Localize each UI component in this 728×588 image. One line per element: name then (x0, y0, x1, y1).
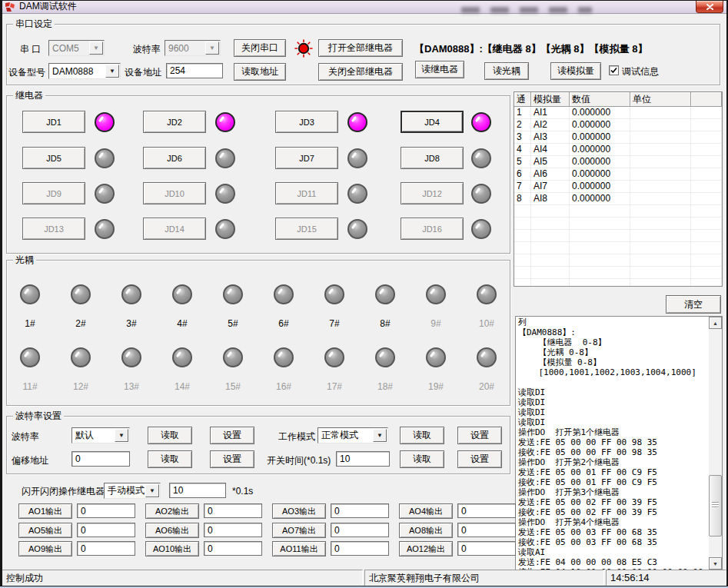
close-button[interactable] (696, 1, 723, 13)
baudrate-read-button[interactable]: 读取 (148, 427, 192, 444)
close-serial-button[interactable]: 关闭串口 (234, 39, 286, 57)
ao-output-button-5[interactable]: AO5输出 (18, 523, 72, 538)
ao-output-button-1[interactable]: AO1输出 (18, 503, 72, 519)
model-select[interactable]: DAM0888 ▼ (48, 63, 121, 79)
offset-set-button[interactable]: 设置 (210, 450, 254, 468)
clear-log-button[interactable]: 清空 (666, 295, 721, 314)
relay-button-jd3[interactable]: JD3 (275, 111, 338, 133)
port-select[interactable]: COM5 ▼ (48, 40, 105, 56)
ao-output-button-7[interactable]: AO7输出 (272, 523, 326, 538)
read-addr-button[interactable]: 读取地址 (234, 63, 286, 81)
switch-time-read-button[interactable]: 读取 (400, 450, 444, 468)
ao-output-button-10[interactable]: AO10输出 (145, 541, 199, 556)
read-analog-button[interactable]: 读模拟量 (550, 62, 601, 80)
table-row[interactable]: 5AI50.000000 (514, 156, 722, 168)
relay-button-jd15[interactable]: JD15 (275, 218, 338, 240)
relay-button-jd12[interactable]: JD12 (401, 182, 464, 204)
ao-output-field-5[interactable]: 0 (77, 523, 135, 537)
close-all-relays-button[interactable]: 关闭全部继电器 (318, 63, 403, 81)
table-row[interactable]: 6AI60.000000 (514, 168, 722, 181)
relay-button-jd14[interactable]: JD14 (143, 218, 206, 240)
model-label: 设备型号 (8, 67, 45, 78)
table-row[interactable]: 8AI80.000000 (514, 193, 722, 205)
table-cell (531, 218, 570, 230)
app-window: DAM调试软件 串口设定 串 口 COM5 ▼ 波特率 9600 ▼ 关闭串口 (0, 0, 728, 588)
ao-output-field-7[interactable]: 0 (331, 523, 389, 537)
scrollbar-thumb[interactable] (709, 475, 722, 537)
table-row[interactable]: 7AI70.000000 (514, 181, 722, 193)
ao-output-field-3[interactable]: 0 (331, 503, 389, 518)
ao-output-button-6[interactable]: AO6输出 (145, 523, 199, 538)
analog-column-header[interactable]: 数值 (570, 92, 630, 107)
table-cell: 8 (514, 193, 531, 205)
ao-output-button-9[interactable]: AO9输出 (18, 541, 72, 556)
debug-info-checkbox[interactable] (609, 65, 619, 75)
log-scrollbar[interactable]: ▲ ▼ (709, 317, 722, 570)
scroll-down-icon[interactable]: ▼ (709, 557, 722, 570)
serial-settings-group: 串口设定 串 口 COM5 ▼ 波特率 9600 ▼ 关闭串口 打开全部继电器 … (6, 24, 720, 85)
ao-output-field-6[interactable]: 0 (204, 523, 262, 537)
relay-button-jd5[interactable]: JD5 (22, 147, 85, 169)
relay-button-jd10[interactable]: JD10 (143, 182, 206, 204)
read-opto-button[interactable]: 读光耦 (484, 62, 529, 80)
baud-select[interactable]: 9600 ▼ (165, 40, 221, 56)
table-row[interactable]: 4AI40.000000 (514, 144, 722, 156)
ao-output-field-4[interactable]: 0 (457, 503, 516, 518)
table-cell (531, 254, 570, 267)
relay-button-jd16[interactable]: JD16 (401, 218, 464, 240)
offset-addr-field[interactable]: 0 (71, 451, 130, 467)
flash-mode-select[interactable]: 手动模式 ▼ (104, 483, 161, 499)
switch-time-set-button[interactable]: 设置 (457, 450, 502, 468)
ao-output-field-12[interactable]: 0 (457, 541, 516, 556)
ao-output-field-9[interactable]: 0 (77, 541, 135, 556)
ao-output-field-8[interactable]: 0 (457, 523, 516, 537)
baudrate-set-button[interactable]: 设置 (210, 427, 254, 444)
relay-button-jd11[interactable]: JD11 (275, 182, 338, 204)
table-row[interactable]: 2AI20.000000 (514, 119, 722, 131)
scroll-up-icon[interactable]: ▲ (709, 317, 722, 329)
analog-column-header[interactable]: 通 (514, 92, 531, 107)
analog-column-header[interactable]: 模拟量 (531, 92, 570, 107)
table-row[interactable]: 3AI30.000000 (514, 131, 722, 144)
offset-read-button[interactable]: 读取 (148, 450, 192, 468)
read-relay-button[interactable]: 读继电器 (415, 61, 464, 78)
table-cell (691, 205, 722, 218)
relay-button-jd4[interactable]: JD4 (401, 111, 464, 133)
app-icon (5, 2, 15, 12)
ao-output-button-4[interactable]: AO4输出 (399, 503, 453, 519)
relay-indicator-jd10 (215, 184, 235, 204)
flash-time-field[interactable]: 10 (169, 483, 226, 498)
ao-output-button-11[interactable]: AO11输出 (272, 541, 326, 556)
table-row[interactable]: 1AI10.000000 (514, 107, 722, 119)
analog-column-header[interactable]: 单位 (630, 92, 691, 107)
relay-button-jd1[interactable]: JD1 (22, 111, 85, 133)
opto-label-13: 13# (116, 381, 147, 392)
relay-button-jd13[interactable]: JD13 (22, 218, 85, 240)
table-cell: AI4 (531, 144, 570, 156)
relay-button-jd6[interactable]: JD6 (143, 147, 206, 169)
relay-button-jd9[interactable]: JD9 (22, 182, 85, 204)
relay-button-jd8[interactable]: JD8 (401, 147, 464, 169)
opto-label-18: 18# (370, 381, 401, 392)
device-addr-field[interactable]: 254 (166, 63, 223, 78)
workmode-select[interactable]: 正常模式 ▼ (317, 427, 388, 443)
workmode-read-button[interactable]: 读取 (400, 427, 444, 444)
baudrate-label: 波特率 (12, 431, 39, 442)
port-label: 串 口 (20, 44, 41, 55)
ao-output-button-2[interactable]: AO2输出 (145, 503, 199, 519)
ao-output-button-3[interactable]: AO3输出 (272, 503, 326, 519)
ao-output-field-2[interactable]: 0 (204, 503, 262, 518)
relay-button-jd7[interactable]: JD7 (275, 147, 338, 169)
ao-output-field-10[interactable]: 0 (204, 541, 262, 556)
baudrate-select[interactable]: 默认 ▼ (71, 427, 130, 443)
ao-output-button-12[interactable]: AO12输出 (399, 541, 453, 556)
ao-output-button-8[interactable]: AO8输出 (399, 523, 453, 538)
relay-button-jd2[interactable]: JD2 (143, 111, 206, 133)
opto-label-14: 14# (167, 381, 198, 392)
switch-time-field[interactable]: 10 (336, 451, 390, 467)
ao-output-field-11[interactable]: 0 (331, 541, 389, 556)
ao-output-field-1[interactable]: 0 (77, 503, 135, 518)
analog-column-header[interactable] (691, 92, 722, 107)
workmode-set-button[interactable]: 设置 (457, 427, 502, 444)
open-all-relays-button[interactable]: 打开全部继电器 (318, 39, 403, 57)
